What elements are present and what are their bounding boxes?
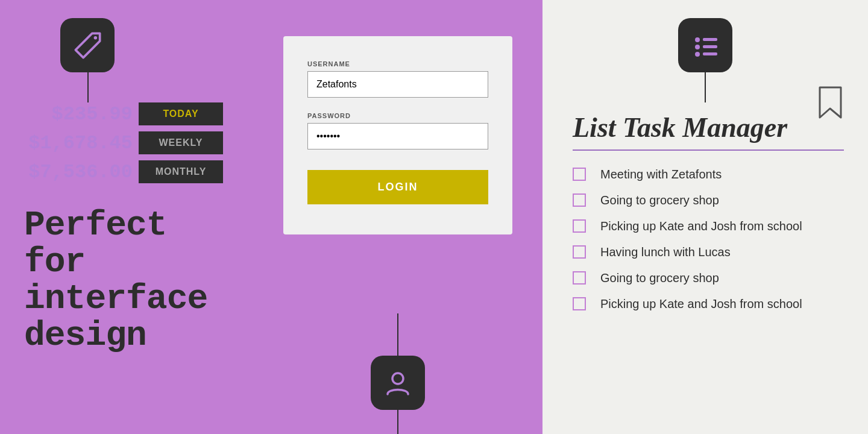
task-checkbox-2[interactable] (573, 219, 586, 233)
stats-section: $235.99 TODAY $1,678.45 WEEKLY $7,536.00… (24, 102, 235, 189)
tag-icon-container (60, 18, 115, 72)
task-item-4: Going to grocery shop (573, 266, 844, 290)
username-label: USERNAME (307, 60, 488, 68)
tagline-line2: interface design (24, 281, 235, 354)
svg-point-2 (695, 37, 700, 42)
user-icon (383, 368, 413, 398)
svg-point-1 (392, 373, 403, 384)
middle-panel: USERNAME PASSWORD LOGIN (253, 0, 542, 434)
left-panel: $235.99 TODAY $1,678.45 WEEKLY $7,536.00… (0, 0, 253, 434)
svg-point-4 (695, 45, 700, 49)
connector-line-right (705, 72, 706, 102)
task-text-5: Picking up Kate and Josh from school (600, 297, 802, 311)
stat-badge-today: TODAY (139, 102, 223, 125)
task-item-5: Picking up Kate and Josh from school (573, 292, 844, 316)
login-card: USERNAME PASSWORD LOGIN (283, 36, 512, 234)
task-checkbox-4[interactable] (573, 271, 586, 285)
task-checkbox-0[interactable] (573, 168, 586, 181)
stat-badge-weekly: WEEKLY (139, 131, 223, 154)
tagline-line1: Perfect for (24, 207, 235, 281)
task-checkbox-1[interactable] (573, 193, 586, 207)
divider (573, 149, 844, 151)
task-item-0: Meeting with Zetafonts (573, 163, 844, 186)
stat-row-today: $235.99 TODAY (24, 102, 235, 125)
user-icon-container (371, 356, 425, 410)
svg-point-6 (695, 52, 700, 57)
stat-row-weekly: $1,678.45 WEEKLY (24, 131, 235, 154)
svg-rect-3 (703, 38, 717, 41)
tag-icon (71, 29, 104, 62)
svg-rect-5 (703, 45, 717, 48)
stat-value-monthly: $7,536.00 (24, 161, 133, 183)
task-manager-title: List Task Manager (573, 112, 844, 143)
list-icon (689, 29, 722, 62)
svg-rect-7 (703, 52, 717, 55)
svg-point-0 (93, 36, 97, 39)
stat-value-weekly: $1,678.45 (24, 132, 133, 154)
password-label: PASSWORD (307, 112, 488, 119)
task-checkbox-5[interactable] (573, 297, 586, 310)
task-checkbox-3[interactable] (573, 245, 586, 259)
right-panel: List Task Manager Meeting with Zetafonts… (542, 0, 868, 434)
stat-badge-monthly: MONTHLY (139, 160, 223, 183)
task-item-3: Having lunch with Lucas (573, 241, 844, 264)
login-button[interactable]: LOGIN (307, 170, 488, 204)
stat-value-today: $235.99 (24, 103, 133, 125)
task-text-4: Going to grocery shop (600, 271, 719, 285)
task-text-2: Picking up Kate and Josh from school (600, 219, 802, 233)
password-input[interactable] (307, 123, 488, 149)
task-item-1: Going to grocery shop (573, 189, 844, 212)
tagline: Perfect for interface design (24, 207, 235, 354)
bookmark-icon (817, 84, 844, 123)
stat-row-monthly: $7,536.00 MONTHLY (24, 160, 235, 183)
list-icon-container (678, 18, 732, 72)
task-text-0: Meeting with Zetafonts (600, 168, 722, 181)
task-text-3: Having lunch with Lucas (600, 245, 731, 259)
task-item-2: Picking up Kate and Josh from school (573, 215, 844, 238)
task-list: Meeting with Zetafonts Going to grocery … (573, 163, 844, 316)
username-input[interactable] (307, 71, 488, 98)
task-text-1: Going to grocery shop (600, 193, 719, 207)
connector-line-top (87, 72, 89, 102)
